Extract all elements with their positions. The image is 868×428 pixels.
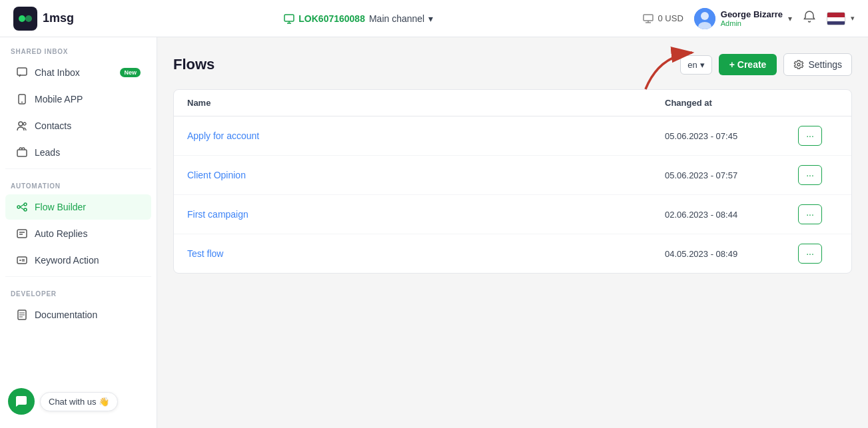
new-badge: New <box>120 68 141 77</box>
sidebar-divider-1 <box>5 168 151 169</box>
sidebar-item-keyword-action[interactable]: Keyword Action <box>5 248 151 273</box>
col-name: Name <box>187 98 665 108</box>
changed-at-3: 04.05.2023 - 08:49 <box>665 249 798 259</box>
col-actions <box>798 98 838 108</box>
documentation-icon <box>16 309 28 321</box>
flows-table: Name Changed at Apply for account 05.06.… <box>173 89 852 274</box>
user-chevron: ▾ <box>788 14 792 23</box>
monitor-small-icon <box>643 14 653 23</box>
header-actions: en ▾ + Create Settings <box>680 53 852 76</box>
settings-button[interactable]: Settings <box>783 53 852 76</box>
main-layout: SHARED INBOX Chat Inbox New Mobile APP <box>0 37 868 428</box>
avatar-image <box>694 8 715 29</box>
flow-name-0[interactable]: Apply for account <box>187 130 665 141</box>
changed-at-2: 02.06.2023 - 08:44 <box>665 210 798 220</box>
sidebar-item-documentation[interactable]: Documentation <box>5 302 151 327</box>
language-selector[interactable]: en ▾ <box>680 55 711 75</box>
sidebar-divider-2 <box>5 276 151 277</box>
sidebar-leads-label: Leads <box>35 147 60 158</box>
balance-display: 0 USD <box>643 13 683 23</box>
row-action-0[interactable]: ··· <box>798 126 822 146</box>
changed-at-0: 05.06.2023 - 07:45 <box>665 131 798 141</box>
svg-point-18 <box>24 203 27 206</box>
sidebar-mobile-app-label: Mobile APP <box>35 94 83 105</box>
svg-rect-16 <box>17 150 27 156</box>
auto-replies-icon <box>16 228 28 240</box>
automation-label: AUTOMATION <box>0 172 157 194</box>
table-row: Test flow 04.05.2023 - 08:49 ··· <box>174 234 851 273</box>
svg-point-15 <box>23 122 26 125</box>
svg-point-14 <box>19 122 23 126</box>
bell-icon <box>803 10 816 23</box>
sidebar-item-chat-inbox[interactable]: Chat Inbox New <box>5 60 151 85</box>
sidebar-documentation-label: Documentation <box>35 310 97 320</box>
table-row: First campaign 02.06.2023 - 08:44 ··· <box>174 195 851 234</box>
chat-widget-button[interactable] <box>8 388 35 415</box>
flow-name-2[interactable]: First campaign <box>187 209 665 220</box>
flow-builder-icon <box>16 201 28 213</box>
svg-point-13 <box>21 102 23 103</box>
user-role: Admin <box>721 19 783 27</box>
channel-selector[interactable]: LOK607160088 Main channel ▾ <box>284 13 433 24</box>
notification-bell[interactable] <box>803 10 816 27</box>
svg-point-0 <box>19 15 25 22</box>
language-flag[interactable] <box>827 12 845 25</box>
top-header: 1msg LOK607160088 Main channel ▾ 0 USD <box>0 0 868 37</box>
sidebar-contacts-label: Contacts <box>35 120 71 131</box>
developer-label: DEVELOPER <box>0 280 157 302</box>
flow-name-3[interactable]: Test flow <box>187 248 665 259</box>
svg-rect-21 <box>17 257 27 264</box>
settings-label: Settings <box>808 59 842 70</box>
contacts-icon <box>16 120 28 132</box>
sidebar-flow-builder-label: Flow Builder <box>35 202 86 212</box>
changed-at-1: 05.06.2023 - 07:57 <box>665 170 798 180</box>
svg-point-1 <box>25 15 32 22</box>
channel-id: LOK607160088 <box>298 13 365 24</box>
content-area: Name Changed at Apply for account 05.06.… <box>173 89 852 274</box>
sidebar-item-leads[interactable]: Leads <box>5 140 151 165</box>
sidebar-auto-replies-label: Auto Replies <box>35 228 87 239</box>
chat-widget-label[interactable]: Chat with us 👋 <box>40 392 118 411</box>
row-action-3[interactable]: ··· <box>798 244 822 264</box>
chat-icon <box>16 67 28 79</box>
channel-chevron: ▾ <box>428 13 433 24</box>
sidebar-chat-inbox-label: Chat Inbox <box>35 67 80 78</box>
app-name: 1msg <box>43 11 74 25</box>
sidebar-item-mobile-app[interactable]: Mobile APP <box>5 87 151 112</box>
user-name: George Bizarre <box>721 9 783 19</box>
mobile-icon <box>16 93 28 105</box>
lang-value: en <box>687 60 697 70</box>
flag-chevron: ▾ <box>851 14 855 23</box>
svg-point-19 <box>24 208 27 211</box>
main-content: Flows en ▾ + Create Settings <box>157 37 868 428</box>
table-row: Client Opinion 05.06.2023 - 07:57 ··· <box>174 156 851 195</box>
page-title: Flows <box>173 56 215 73</box>
table-row: Apply for account 05.06.2023 - 07:45 ··· <box>174 116 851 156</box>
row-action-1[interactable]: ··· <box>798 165 822 185</box>
user-menu[interactable]: George Bizarre Admin ▾ <box>694 8 792 29</box>
page-header: Flows en ▾ + Create Settings <box>173 53 852 76</box>
svg-point-17 <box>17 206 20 208</box>
sidebar-item-flow-builder[interactable]: Flow Builder <box>5 194 151 220</box>
svg-rect-5 <box>644 15 653 21</box>
balance-amount: 0 USD <box>657 13 683 23</box>
create-button[interactable]: + Create <box>719 54 777 75</box>
svg-point-9 <box>701 12 709 20</box>
sidebar-item-auto-replies[interactable]: Auto Replies <box>5 221 151 246</box>
table-header: Name Changed at <box>174 90 851 116</box>
flow-name-1[interactable]: Client Opinion <box>187 170 665 180</box>
leads-icon <box>16 146 28 158</box>
app-logo <box>13 7 37 31</box>
shared-inbox-label: SHARED INBOX <box>0 37 157 59</box>
svg-rect-11 <box>17 68 27 75</box>
settings-icon <box>793 59 804 70</box>
col-changed: Changed at <box>665 98 798 108</box>
logo-area: 1msg <box>13 7 74 31</box>
svg-rect-2 <box>284 15 294 21</box>
sidebar-item-contacts[interactable]: Contacts <box>5 113 151 138</box>
monitor-icon <box>284 13 294 24</box>
row-action-2[interactable]: ··· <box>798 204 822 224</box>
sidebar: SHARED INBOX Chat Inbox New Mobile APP <box>0 37 157 428</box>
lang-chevron: ▾ <box>700 60 705 70</box>
sidebar-keyword-action-label: Keyword Action <box>35 255 99 266</box>
